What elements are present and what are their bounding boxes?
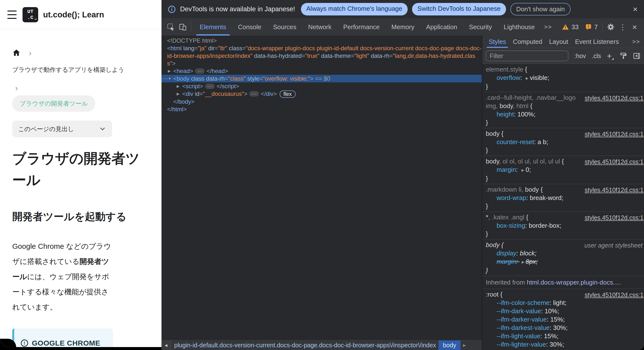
- dom-node-selected[interactable]: ⋯▼<body class data-rh="class" style="ove…: [162, 75, 482, 82]
- css-property[interactable]: --ifm-color-scheme: light;: [486, 298, 644, 307]
- dom-breadcrumb-selected[interactable]: body: [438, 340, 460, 350]
- breadcrumb-next-button[interactable]: ▶: [463, 343, 466, 347]
- css-property[interactable]: --ifm-lighter-value: 30%;: [486, 340, 644, 348]
- dom-breadcrumb-path[interactable]: plugin-id-default.docs-version-current.d…: [174, 342, 436, 349]
- css-property[interactable]: word-wrap: break-word;: [486, 194, 644, 202]
- dom-node[interactable]: </html>: [162, 105, 482, 113]
- css-property[interactable]: --ifm-dark-value: 10%;: [486, 307, 644, 315]
- expand-ellipsis-button[interactable]: ···: [195, 68, 204, 74]
- toggle-sidebar-icon[interactable]: [633, 52, 640, 60]
- css-rule[interactable]: styles.4510f12d.css:1.markdown li, body …: [482, 184, 644, 212]
- toc-collapsible[interactable]: このページの見出し: [12, 121, 112, 137]
- tab-sources[interactable]: Sources: [267, 18, 302, 36]
- tab-network[interactable]: Network: [302, 18, 337, 36]
- css-rule[interactable]: styles.4510f12d.css:1:root {--ifm-color-…: [482, 289, 644, 350]
- styles-more-tabs-button[interactable]: >>: [632, 38, 640, 45]
- css-rule[interactable]: styles.4510f12d.css:1*, .katex .angl {bo…: [482, 212, 644, 239]
- styles-tab-styles[interactable]: Styles: [485, 36, 510, 48]
- expand-ellipsis-button[interactable]: ···: [249, 91, 259, 97]
- logo-line2: .C: [27, 15, 33, 21]
- breadcrumb-item-current[interactable]: ブラウザの開発者ツール: [12, 95, 95, 112]
- flex-badge[interactable]: flex: [280, 90, 295, 98]
- dom-node[interactable]: s">: [162, 60, 482, 67]
- devtools-close-icon[interactable]: ×: [630, 22, 640, 32]
- disclosure-right-icon[interactable]: ▶: [168, 67, 171, 75]
- tab-memory[interactable]: Memory: [386, 18, 420, 36]
- expand-ellipsis-button[interactable]: ···: [205, 84, 214, 89]
- stylesheet-source-link[interactable]: styles.4510f12d.css:1: [585, 130, 644, 138]
- devtools-panel: DevTools is now available in Japanese! A…: [162, 0, 644, 350]
- stylesheet-source-link[interactable]: styles.4510f12d.css:1: [585, 186, 644, 194]
- tab-lighthouse[interactable]: Lighthouse: [498, 18, 541, 36]
- tab-elements[interactable]: Elements: [194, 18, 232, 36]
- css-rule[interactable]: user agent stylesheetbody {display: bloc…: [482, 239, 644, 276]
- css-rule[interactable]: styles.4510f12d.css:1.card--full-height,…: [482, 92, 644, 128]
- css-property[interactable]: box-sizing: border-box;: [486, 221, 644, 230]
- tab-security[interactable]: Security: [463, 18, 498, 36]
- stylesheet-source-link[interactable]: styles.4510f12d.css:1: [585, 94, 644, 102]
- breadcrumb-item-category[interactable]: ブラウザで動作するアプリを構築しよう: [12, 66, 162, 74]
- new-style-rule-icon[interactable]: +: [607, 51, 614, 61]
- css-property[interactable]: height: 100%;: [486, 110, 644, 118]
- device-toolbar-icon[interactable]: [178, 22, 188, 32]
- dom-node[interactable]: id-browser-apps/inspector/index" data-ha…: [162, 52, 482, 60]
- infobar-button-switch-devtools-to-japanese[interactable]: Switch DevTools to Japanese: [412, 3, 506, 16]
- dom-node[interactable]: <!DOCTYPE html>: [162, 37, 482, 44]
- settings-gear-icon[interactable]: [606, 22, 616, 32]
- infobar-close-icon[interactable]: ×: [633, 5, 638, 14]
- dom-node[interactable]: </body>: [162, 98, 482, 105]
- infobar-button-don-t-show-again[interactable]: Don't show again: [510, 3, 571, 16]
- stylesheet-source-link[interactable]: styles.4510f12d.css:1: [585, 157, 644, 166]
- tab-console[interactable]: Console: [232, 18, 267, 36]
- warnings-counter[interactable]: 33: [562, 23, 579, 31]
- inspect-element-icon[interactable]: [166, 22, 176, 32]
- css-property[interactable]: margin: ▶0;: [486, 165, 644, 174]
- dom-node[interactable]: ▶<div id="__docusaurus">···</div>flex: [162, 90, 482, 98]
- expand-value-icon[interactable]: ▶: [522, 258, 524, 266]
- css-property[interactable]: --ifm-darkest-value: 30%;: [486, 323, 644, 332]
- disclosure-down-icon[interactable]: ▼: [168, 75, 172, 82]
- site-logo[interactable]: UT .C ↵: [22, 7, 38, 22]
- dom-node[interactable]: ▶<script>···</script>: [162, 82, 482, 90]
- format-brush-icon[interactable]: [620, 52, 627, 60]
- kebab-menu-icon[interactable]: ⋮: [618, 22, 628, 32]
- disclosure-right-icon[interactable]: ▶: [177, 90, 180, 98]
- home-icon[interactable]: [12, 49, 20, 57]
- css-rule[interactable]: element.style {overflow: ▶visible;}: [482, 64, 644, 92]
- node-menu-dots-icon[interactable]: ⋯: [162, 75, 168, 82]
- site-title[interactable]: ut.code(); Learn: [43, 10, 104, 19]
- css-property[interactable]: --ifm-lightest-value: 50%;: [486, 348, 644, 350]
- css-rule[interactable]: styles.4510f12d.css:1body, ol ol, ol ul,…: [482, 156, 644, 184]
- tab-performance[interactable]: Performance: [338, 18, 386, 36]
- expand-value-icon[interactable]: ▶: [526, 74, 528, 82]
- toggle-hover-state[interactable]: :hov: [574, 53, 586, 60]
- styles-tab-layout[interactable]: Layout: [546, 36, 572, 48]
- toggle-element-classes[interactable]: .cls: [592, 53, 601, 60]
- inherited-node-link[interactable]: html.docs-wrapper.plugin-docs.…: [527, 279, 621, 286]
- css-property[interactable]: display: block;: [486, 249, 644, 257]
- breadcrumb: › ブラウザで動作するアプリを構築しよう › ブラウザの開発者ツール: [12, 49, 162, 112]
- styles-tab-computed[interactable]: Computed: [510, 36, 546, 48]
- dom-node[interactable]: ▶<head>···</head>: [162, 67, 482, 75]
- hamburger-menu-icon[interactable]: [7, 11, 17, 19]
- css-property[interactable]: counter-reset: a b;: [486, 138, 644, 146]
- more-tabs-button[interactable]: >>: [541, 24, 556, 30]
- rule-closing-brace: }: [486, 230, 644, 238]
- styles-filter-input[interactable]: [486, 51, 568, 61]
- infobar-button-always-match-chrome-s-language[interactable]: Always match Chrome's language: [301, 3, 408, 16]
- css-rule[interactable]: styles.4510f12d.css:1body {counter-reset…: [482, 128, 644, 156]
- disclosure-right-icon[interactable]: ▶: [177, 82, 180, 90]
- styles-tab-event-listeners[interactable]: Event Listeners: [572, 36, 622, 48]
- admonition-title: ! GOOGLE CHROME 以外の開発者ツール: [20, 337, 106, 347]
- tab-application[interactable]: Application: [420, 18, 463, 36]
- stylesheet-source-link[interactable]: styles.4510f12d.css:1: [585, 214, 644, 222]
- css-property[interactable]: margin: ▶8px;: [486, 257, 644, 266]
- breadcrumb-back-button[interactable]: ◀: [162, 340, 171, 350]
- dom-node[interactable]: <html lang="ja" dir="ltr" class="docs-wr…: [162, 44, 482, 52]
- css-property[interactable]: overflow: ▶visible;: [486, 74, 644, 82]
- css-property[interactable]: --ifm-darker-value: 15%;: [486, 315, 644, 323]
- stylesheet-source-link[interactable]: styles.4510f12d.css:1: [585, 291, 644, 299]
- css-property[interactable]: --ifm-light-value: 15%;: [486, 332, 644, 340]
- issues-counter[interactable]: 7: [585, 23, 598, 31]
- expand-value-icon[interactable]: ▶: [522, 166, 524, 174]
